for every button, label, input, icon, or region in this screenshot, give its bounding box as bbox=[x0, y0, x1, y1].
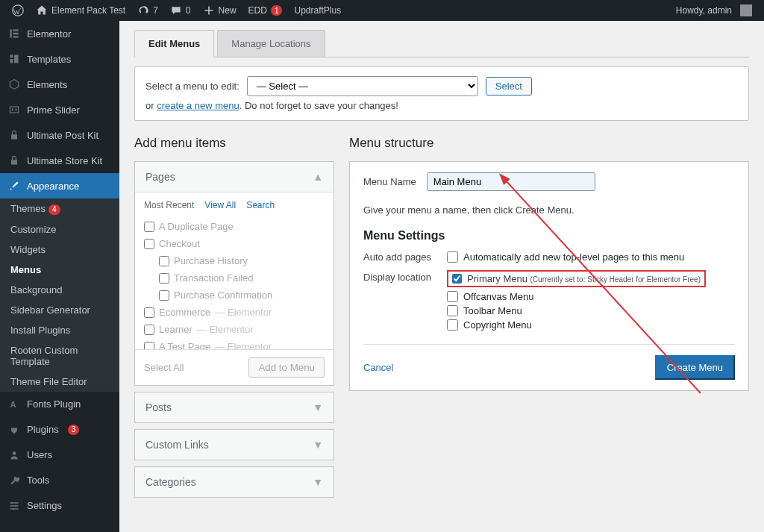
sidebar-item-appearance[interactable]: Appearance bbox=[0, 173, 119, 198]
sidebar-item-templates[interactable]: Templates bbox=[0, 46, 119, 72]
page-checkbox[interactable] bbox=[144, 222, 154, 232]
plugins-count-badge: 3 bbox=[68, 425, 80, 435]
pages-list[interactable]: A Duplicate PageCheckoutPurchase History… bbox=[135, 215, 334, 349]
page-checkbox[interactable] bbox=[144, 239, 154, 249]
font-icon: A bbox=[7, 398, 21, 411]
tab-manage-locations[interactable]: Manage Locations bbox=[217, 30, 325, 57]
page-checkbox[interactable] bbox=[144, 307, 154, 318]
sidebar-item-ultimate-store[interactable]: Ultimate Store Kit bbox=[0, 148, 119, 173]
edd-label: EDD bbox=[248, 5, 267, 16]
select-button[interactable]: Select bbox=[486, 77, 532, 96]
menu-structure-column: Menu structure Menu Name Give your menu … bbox=[349, 136, 749, 504]
select-hint: . Do not forget to save your changes! bbox=[239, 100, 398, 111]
select-menu-label: Select a menu to edit: bbox=[145, 81, 239, 92]
select-all-link[interactable]: Select All bbox=[144, 362, 184, 373]
site-name-item[interactable]: Element Pack Test bbox=[30, 0, 131, 21]
subtab-most-recent[interactable]: Most Recent bbox=[144, 200, 194, 210]
subtab-search[interactable]: Search bbox=[246, 200, 275, 210]
svg-rect-7 bbox=[16, 108, 17, 110]
adminbar-right: Howdy, admin bbox=[670, 0, 758, 21]
updraft-item[interactable]: UpdraftPlus bbox=[288, 0, 347, 21]
custom-links-accordion[interactable]: Custom Links▼ bbox=[134, 429, 334, 460]
page-checkbox[interactable] bbox=[144, 325, 154, 335]
submenu-themes[interactable]: Themes4 bbox=[0, 198, 119, 219]
page-checkbox[interactable] bbox=[159, 256, 169, 266]
sidebar-item-users[interactable]: Users bbox=[0, 442, 119, 468]
page-item[interactable]: Transaction Failed bbox=[144, 269, 325, 287]
home-icon bbox=[36, 4, 48, 16]
submenu-background[interactable]: Background bbox=[0, 280, 119, 300]
sidebar-users-label: Users bbox=[27, 449, 52, 460]
comments-item[interactable]: 0 bbox=[164, 0, 197, 21]
pages-label: Pages bbox=[145, 171, 175, 183]
howdy-item[interactable]: Howdy, admin bbox=[670, 0, 758, 21]
add-to-menu-button[interactable]: Add to Menu bbox=[248, 357, 325, 378]
svg-rect-5 bbox=[10, 107, 18, 113]
new-item[interactable]: New bbox=[197, 0, 242, 21]
edd-item[interactable]: EDD1 bbox=[242, 0, 289, 21]
submenu-widgets[interactable]: Widgets bbox=[0, 240, 119, 260]
sidebar-item-elementor[interactable]: Elementor bbox=[0, 21, 119, 46]
submenu-menus[interactable]: Menus bbox=[0, 260, 119, 280]
page-item[interactable]: Checkout bbox=[144, 235, 325, 252]
page-suffix: — Elementor bbox=[197, 324, 254, 335]
page-checkbox[interactable] bbox=[159, 273, 169, 284]
sidebar-settings-label: Settings bbox=[27, 500, 62, 511]
wrench-icon bbox=[7, 474, 21, 487]
submenu-rooten[interactable]: Rooten Custom Template bbox=[0, 340, 119, 372]
submenu-sidebar-gen[interactable]: Sidebar Generator bbox=[0, 300, 119, 320]
page-label: Learner bbox=[159, 324, 192, 335]
page-checkbox[interactable] bbox=[144, 342, 154, 350]
tab-edit-menus[interactable]: Edit Menus bbox=[134, 30, 214, 57]
svg-point-11 bbox=[13, 451, 16, 455]
posts-accordion[interactable]: Posts▼ bbox=[134, 392, 334, 423]
page-item[interactable]: Learner — Elementor bbox=[144, 321, 325, 338]
posts-label: Posts bbox=[145, 401, 172, 413]
appearance-submenu: Themes4 Customize Widgets Menus Backgrou… bbox=[0, 198, 119, 392]
sidebar-item-settings[interactable]: Settings bbox=[0, 493, 119, 519]
comment-icon bbox=[170, 4, 182, 16]
pages-head[interactable]: Pages ▲ bbox=[135, 162, 334, 192]
page-item[interactable]: Purchase History bbox=[144, 252, 325, 269]
page-item[interactable]: A Duplicate Page bbox=[144, 218, 325, 235]
themes-count-badge: 4 bbox=[48, 204, 60, 215]
select-menu-dropdown[interactable]: — Select — bbox=[247, 76, 478, 96]
updates-item[interactable]: 7 bbox=[131, 0, 164, 21]
lock-icon bbox=[7, 128, 21, 142]
chevron-down-icon: ▼ bbox=[313, 476, 323, 488]
subtab-view-all[interactable]: View All bbox=[204, 200, 236, 210]
svg-text:A: A bbox=[10, 400, 16, 409]
content-area: Edit Menus Manage Locations Select a men… bbox=[119, 21, 764, 532]
sidebar-item-tools[interactable]: Tools bbox=[0, 468, 119, 493]
page-label: Purchase History bbox=[174, 255, 248, 266]
sidebar-ultimate-post-label: Ultimate Post Kit bbox=[27, 130, 98, 141]
create-menu-link[interactable]: create a new menu bbox=[157, 100, 239, 111]
page-checkbox[interactable] bbox=[159, 290, 169, 301]
page-item[interactable]: Ecommerce — Elementor bbox=[144, 304, 325, 321]
brush-icon bbox=[7, 179, 21, 193]
custom-links-label: Custom Links bbox=[145, 439, 209, 451]
submenu-install-plugins[interactable]: Install Plugins bbox=[0, 320, 119, 340]
page-item[interactable]: A Test Page — Elementor bbox=[144, 338, 325, 349]
svg-rect-9 bbox=[11, 160, 17, 164]
avatar-icon bbox=[740, 4, 752, 16]
adminbar: Element Pack Test 7 0 New EDD1 UpdraftPl… bbox=[0, 0, 764, 21]
new-label: New bbox=[219, 5, 237, 16]
sidebar-item-ultimate-post[interactable]: Ultimate Post Kit bbox=[0, 122, 119, 148]
sidebar-item-fonts-plugin[interactable]: AFonts Plugin bbox=[0, 392, 119, 417]
page-label: Purchase Confirmation bbox=[174, 290, 272, 301]
update-icon bbox=[137, 4, 149, 16]
elements-icon bbox=[7, 78, 21, 91]
sidebar-item-elements[interactable]: Elements bbox=[0, 72, 119, 97]
sidebar-item-plugins[interactable]: Plugins3 bbox=[0, 417, 119, 442]
page-item[interactable]: Purchase Confirmation bbox=[144, 287, 325, 304]
chevron-down-icon: ▼ bbox=[313, 401, 323, 413]
sidebar-item-prime-slider[interactable]: Prime Slider bbox=[0, 97, 119, 122]
wordpress-logo-item[interactable] bbox=[6, 0, 30, 21]
submenu-customize[interactable]: Customize bbox=[0, 219, 119, 240]
categories-accordion[interactable]: Categories▼ bbox=[134, 466, 334, 498]
submenu-theme-editor[interactable]: Theme File Editor bbox=[0, 372, 119, 392]
svg-rect-3 bbox=[13, 33, 18, 34]
sidebar-tools-label: Tools bbox=[27, 475, 49, 486]
plus-icon bbox=[203, 4, 215, 16]
